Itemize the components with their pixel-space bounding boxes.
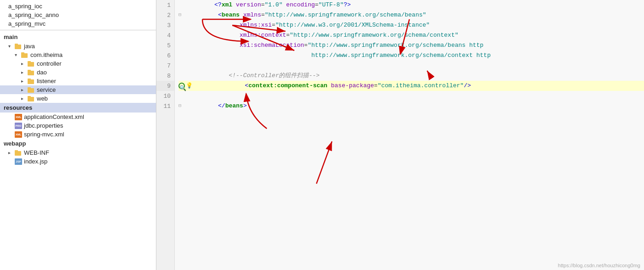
line-numbers-gutter: 1 2 3 4 5 6 7 8 9 10 11 [156, 0, 175, 270]
folder-listener[interactable]: listener [0, 77, 156, 85]
project-label: a_spring_ioc_anno [8, 11, 154, 18]
bulb-icon: 💡 [186, 81, 193, 91]
file-jdbc-properties[interactable]: PRO jdbc.properties [0, 121, 156, 130]
folder-com-itheima[interactable]: com.itheima [0, 51, 156, 59]
folder-label: com.itheima [30, 51, 154, 58]
line-num-6: 6 [156, 51, 174, 61]
folder-icon [15, 150, 22, 156]
xml-file-icon: XML [15, 131, 22, 138]
section-resources: resources [0, 103, 156, 112]
line-num-1: 1 [156, 0, 174, 10]
code-line-10 [178, 91, 644, 101]
line-num-2: 2 [156, 10, 174, 20]
file-index-jsp[interactable]: JSP index.jsp [0, 157, 156, 166]
project-spring-mvc[interactable]: a_spring_mvc [0, 19, 156, 28]
code-text-10 [178, 91, 182, 101]
code-line-6: http://www.springframework.org/schema/co… [178, 51, 644, 61]
svg-line-4 [316, 141, 332, 184]
folder-icon [28, 70, 35, 75]
xml-file-icon: XML [15, 114, 22, 120]
code-line-9: 🔍 💡 <context:component-scan base-package… [178, 81, 644, 91]
fold-icon-11: ⊟ [178, 101, 181, 111]
folder-label: service [37, 86, 154, 93]
expand-arrow-icon [21, 96, 28, 101]
divider [0, 30, 156, 30]
section-webapp: webapp [0, 139, 156, 148]
magnify-icon: 🔍 [178, 83, 185, 89]
folder-label: dao [37, 69, 154, 76]
project-spring-ioc-anno[interactable]: a_spring_ioc_anno [0, 11, 156, 19]
folder-icon [28, 61, 35, 67]
folder-icon [21, 52, 29, 58]
file-label: applicationContext.xml [24, 113, 154, 120]
project-label: a_spring_mvc [8, 20, 154, 27]
expand-arrow-icon [15, 52, 21, 57]
file-applicationcontext-xml[interactable]: XML applicationContext.xml [0, 112, 156, 121]
folder-label: WEB-INF [24, 149, 154, 156]
expand-arrow-icon [21, 87, 28, 92]
file-label: jdbc.properties [24, 122, 154, 129]
file-label: spring-mvc.xml [24, 131, 154, 138]
props-file-icon: PRO [15, 123, 22, 129]
folder-dao[interactable]: dao [0, 68, 156, 77]
folder-controller[interactable]: controller [0, 59, 156, 68]
folder-icon [28, 96, 35, 101]
expand-arrow-icon [8, 44, 15, 49]
folder-web-inf[interactable]: WEB-INF [0, 148, 156, 157]
code-editor: 1 2 3 4 5 6 7 8 9 10 11 <?xml version="1… [156, 0, 644, 270]
line-num-11: 11 [156, 101, 174, 111]
expand-arrow-icon [8, 150, 15, 155]
code-text-11: </beans> [182, 91, 247, 121]
folder-label: controller [37, 60, 154, 67]
project-label: a_spring_ioc [8, 3, 154, 10]
expand-arrow-icon [21, 61, 28, 66]
folder-icon [28, 79, 35, 84]
line-9-icons: 🔍 💡 [178, 81, 193, 91]
line-num-3: 3 [156, 20, 174, 30]
file-tree-sidebar[interactable]: a_spring_ioc a_spring_ioc_anno a_spring_… [0, 0, 156, 270]
section-main: main [0, 32, 156, 42]
line-num-5: 5 [156, 40, 174, 51]
watermark: https://blog.csdn.net/houzhicong0mg [558, 263, 640, 268]
folder-service[interactable]: service [0, 85, 156, 94]
line-num-9: 9 [156, 81, 174, 91]
folder-label: listener [37, 78, 154, 84]
file-spring-mvc-xml[interactable]: XML spring-mvc.xml [0, 130, 156, 139]
line-num-8: 8 [156, 71, 174, 81]
folder-web[interactable]: web [0, 94, 156, 103]
folder-java[interactable]: java [0, 42, 156, 51]
expand-arrow-icon [21, 79, 28, 84]
line-num-4: 4 [156, 30, 174, 40]
folder-icon [15, 44, 22, 49]
line-num-10: 10 [156, 91, 174, 101]
expand-arrow-icon [21, 70, 28, 75]
code-lines: <?xml version="1.0" encoding="UTF-8"?> ⊟… [175, 0, 644, 270]
folder-icon [28, 87, 35, 93]
folder-label: java [24, 43, 154, 50]
folder-label: web [37, 95, 154, 102]
project-spring-ioc[interactable]: a_spring_ioc [0, 2, 156, 11]
file-label: index.jsp [24, 158, 154, 165]
code-line-11: ⊟ </beans> [178, 101, 644, 111]
line-num-7: 7 [156, 61, 174, 71]
jsp-file-icon: JSP [15, 158, 22, 165]
